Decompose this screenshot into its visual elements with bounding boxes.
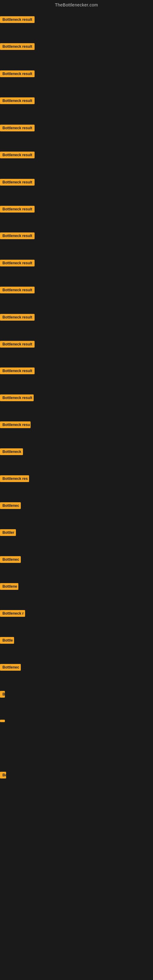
list-item[interactable]: Bottleneck result	[0, 341, 35, 349]
list-item[interactable]: Bottleneck result	[0, 206, 35, 214]
bottleneck-result-label: Bottlenec	[0, 664, 21, 671]
list-item[interactable]: Bottlene	[0, 583, 18, 591]
bottleneck-result-label: Bottlene	[0, 583, 18, 590]
list-item[interactable]: Bo	[0, 772, 6, 780]
list-item[interactable]: Bottleneck result	[0, 151, 35, 159]
list-item[interactable]: Bottleneck result	[0, 97, 35, 105]
bottleneck-result-label: Bottleneck result	[0, 16, 35, 23]
list-item[interactable]: Bottleneck result	[0, 286, 35, 294]
bottleneck-result-label: Bottleneck	[0, 449, 23, 455]
list-item[interactable]: Bottleneck result	[0, 232, 35, 240]
list-item[interactable]: Bottleneck result	[0, 179, 35, 187]
bottleneck-result-label: Bottleneck result	[0, 395, 33, 401]
list-item[interactable]: B	[0, 691, 5, 699]
bottleneck-result-label: Bottle	[0, 637, 14, 644]
list-item[interactable]: Bottleneck result	[0, 395, 33, 402]
bottleneck-result-label: Bottleneck result	[0, 341, 35, 348]
bottleneck-result-label: Bottleneck result	[0, 206, 35, 213]
list-item[interactable]: Bottleneck result	[0, 260, 35, 268]
list-item[interactable]: Bottleneck result	[0, 70, 35, 78]
bottleneck-result-label: Bottleneck result	[0, 151, 35, 158]
bottleneck-result-label: Bottleneck result	[0, 179, 35, 186]
bottleneck-result-label: Bottleneck res	[0, 475, 29, 482]
bottleneck-result-label: Bottleneck result	[0, 314, 35, 321]
list-item[interactable]: Bottle	[0, 637, 14, 645]
bottleneck-result-label: Bottlenec	[0, 556, 21, 563]
bottleneck-result-label: Bottleneck result	[0, 70, 35, 77]
bottleneck-result-label: Bottleneck result	[0, 125, 35, 131]
bottleneck-result-label: Bottleneck r	[0, 610, 25, 617]
list-item[interactable]: Bottleneck res	[0, 475, 29, 483]
list-item[interactable]: Bottleneck result	[0, 43, 35, 51]
bottleneck-result-label: Bottleneck result	[0, 43, 35, 50]
bottleneck-result-label: Bottleneck result	[0, 260, 35, 266]
list-item[interactable]: Bottlenec	[0, 556, 21, 564]
list-item[interactable]: Bottler	[0, 529, 16, 537]
list-item[interactable]: Bottleneck result	[0, 16, 35, 24]
list-item[interactable]: Bottleneck result	[0, 125, 35, 133]
site-title: TheBottlenecker.com	[0, 0, 153, 11]
list-item[interactable]: Bottleneck result	[0, 314, 35, 322]
list-item[interactable]: Bottleneck r	[0, 610, 25, 618]
bottleneck-result-label: Bottleneck result	[0, 368, 35, 374]
list-item[interactable]: Bottleneck	[0, 449, 23, 456]
list-item[interactable]: Bottleneck resu	[0, 422, 30, 430]
bottleneck-result-label: Bottleneck resu	[0, 422, 30, 428]
list-item[interactable]	[0, 718, 5, 723]
list-item[interactable]: Bottleneck result	[0, 368, 35, 375]
bottleneck-result-label: Bo	[0, 772, 6, 778]
bottleneck-result-label: Bottler	[0, 529, 16, 536]
bottleneck-result-label: Bottleneck result	[0, 232, 35, 239]
bottleneck-result-label: B	[0, 691, 5, 698]
list-item[interactable]: Bottlenec	[0, 664, 21, 672]
list-item[interactable]: Bottlenec	[0, 502, 21, 510]
bottleneck-result-label	[0, 720, 5, 722]
bottleneck-result-label: Bottlenec	[0, 502, 21, 509]
bottleneck-result-label: Bottleneck result	[0, 97, 35, 104]
bottleneck-result-label: Bottleneck result	[0, 286, 35, 293]
